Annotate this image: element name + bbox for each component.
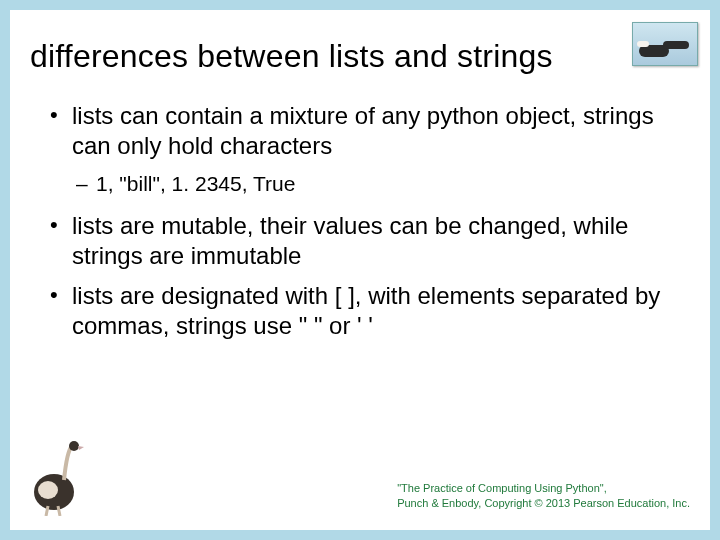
svg-point-4 (38, 481, 58, 499)
bullet-2: lists are mutable, their values can be c… (46, 211, 674, 271)
pointing-hand-icon (632, 22, 698, 66)
slide-content: lists can contain a mixture of any pytho… (10, 83, 710, 341)
ostrich-icon (24, 440, 88, 516)
bullet-1: lists can contain a mixture of any pytho… (46, 101, 674, 161)
svg-point-5 (69, 441, 79, 451)
svg-rect-2 (637, 41, 649, 47)
bullet-1-sub: 1, "bill", 1. 2345, True (46, 171, 674, 197)
svg-line-6 (46, 506, 48, 516)
footer-credit: "The Practice of Computing Using Python"… (397, 481, 690, 510)
bullet-3: lists are designated with [ ], with elem… (46, 281, 674, 341)
footer-line-1: "The Practice of Computing Using Python"… (397, 481, 690, 495)
footer-line-2: Punch & Enbody, Copyright © 2013 Pearson… (397, 496, 690, 510)
svg-line-7 (58, 506, 60, 516)
slide-title: differences between lists and strings (10, 10, 710, 83)
svg-rect-1 (663, 41, 689, 49)
slide: differences between lists and strings li… (10, 10, 710, 530)
